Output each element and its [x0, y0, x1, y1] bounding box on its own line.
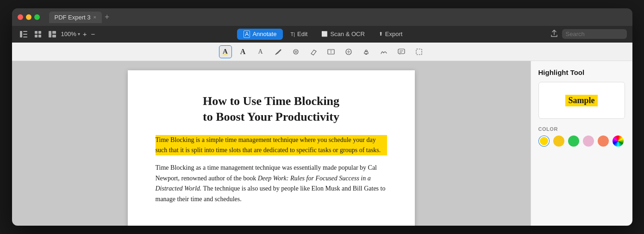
svg-rect-7 — [38, 35, 41, 37]
marker-tool-button[interactable] — [289, 45, 302, 58]
svg-point-12 — [294, 50, 297, 53]
export-icon: ⬆ — [379, 31, 383, 37]
svg-rect-20 — [398, 49, 405, 54]
main-toolbar: 100% ▾ + − A Annotate T| Edit ⬜ Scan & O… — [12, 26, 632, 43]
scan-icon: ⬜ — [321, 31, 328, 37]
svg-rect-2 — [23, 34, 27, 35]
comment-icon — [398, 48, 405, 55]
pdf-area: How to Use Time Blocking to Boost Your P… — [12, 61, 531, 226]
search-input[interactable] — [562, 29, 627, 39]
pdf-page: How to Use Time Blocking to Boost Your P… — [128, 70, 415, 226]
pdf-body-paragraph: Time Blocking as a time management techn… — [156, 163, 387, 204]
tab-label: PDF Expert 3 — [55, 14, 91, 21]
shape-tool-button[interactable] — [342, 45, 355, 58]
content-area: How to Use Time Blocking to Boost Your P… — [12, 61, 632, 226]
svg-point-19 — [365, 50, 367, 52]
close-button[interactable] — [18, 14, 23, 20]
export-label: Export — [385, 31, 403, 37]
color-green[interactable] — [568, 135, 579, 147]
annotate-icon: A — [244, 31, 250, 38]
color-label: COLOR — [538, 126, 625, 132]
right-panel: Highlight Tool Sample COLOR — [531, 61, 632, 226]
text-tool-button[interactable]: A — [254, 45, 267, 58]
eraser-tool-button[interactable] — [307, 45, 320, 58]
panel-title: Highlight Tool — [538, 68, 625, 76]
bold-text-tool-button[interactable]: A — [237, 45, 250, 58]
svg-rect-1 — [23, 31, 27, 32]
zoom-control: 100% ▾ + − — [61, 30, 97, 38]
svg-rect-18 — [365, 54, 367, 55]
edit-label: Edit — [297, 31, 307, 37]
minimize-button[interactable] — [26, 14, 31, 20]
highlight-a-icon: A — [223, 48, 228, 55]
zoom-in-button[interactable]: + — [81, 30, 88, 38]
sidebar-toggle-button[interactable] — [18, 30, 30, 39]
new-tab-button[interactable]: + — [105, 13, 109, 21]
svg-rect-23 — [416, 49, 422, 55]
annotate-label: Annotate — [252, 31, 276, 37]
svg-rect-4 — [35, 31, 38, 34]
svg-rect-10 — [52, 35, 56, 37]
selection-tool-button[interactable] — [413, 45, 425, 58]
panel-view-button[interactable] — [46, 30, 58, 39]
share-button[interactable] — [550, 29, 558, 39]
maximize-button[interactable] — [34, 14, 40, 20]
zoom-value: 100% — [61, 31, 76, 37]
selection-icon — [415, 48, 423, 55]
toolbar-right — [550, 29, 627, 39]
shape-icon — [345, 48, 352, 55]
textbox-icon: T — [327, 48, 335, 55]
signature-tool-button[interactable] — [377, 45, 390, 58]
tab-close-button[interactable]: × — [94, 14, 96, 20]
toolbar-left: 100% ▾ + − — [18, 30, 97, 39]
edit-tab[interactable]: T| Edit — [284, 29, 314, 39]
signature-icon — [380, 48, 388, 55]
text-icon: A — [258, 48, 263, 55]
svg-rect-3 — [23, 37, 27, 37]
export-tab[interactable]: ⬆ Export — [372, 29, 409, 39]
zoom-dropdown-icon[interactable]: ▾ — [78, 31, 80, 37]
color-orange[interactable] — [598, 135, 609, 147]
grid-view-button[interactable] — [32, 30, 44, 39]
svg-rect-8 — [49, 31, 51, 37]
edit-icon: T| — [290, 31, 295, 37]
tab-pdf-expert[interactable]: PDF Expert 3 × — [49, 12, 102, 23]
color-gold[interactable] — [553, 135, 564, 147]
highlight-tool-button[interactable]: A — [219, 45, 232, 58]
toolbar-center: A Annotate T| Edit ⬜ Scan & OCR ⬆ Export — [98, 29, 548, 40]
scan-ocr-tab[interactable]: ⬜ Scan & OCR — [315, 29, 371, 39]
scan-ocr-label: Scan & OCR — [330, 31, 364, 37]
comment-tool-button[interactable] — [395, 45, 408, 58]
color-yellow[interactable] — [538, 135, 550, 147]
annotation-toolbar: A A A — [12, 43, 632, 61]
sample-preview: Sample — [538, 82, 625, 119]
pen-tool-button[interactable] — [272, 45, 285, 58]
app-window: PDF Expert 3 × + — [12, 8, 632, 226]
pdf-title: How to Use Time Blocking to Boost Your P… — [156, 93, 387, 125]
svg-rect-9 — [52, 31, 56, 34]
stamp-icon — [363, 48, 370, 55]
pen-icon — [275, 48, 282, 55]
svg-text:T: T — [330, 50, 332, 54]
color-swatches — [538, 135, 625, 147]
eraser-icon — [310, 48, 317, 55]
pdf-highlighted-paragraph: Time Blocking is a simple time managemen… — [156, 135, 387, 156]
svg-rect-6 — [35, 35, 38, 37]
zoom-out-button[interactable]: − — [90, 30, 97, 38]
marker-icon — [292, 48, 300, 55]
svg-rect-5 — [38, 31, 41, 34]
textbox-tool-button[interactable]: T — [325, 45, 338, 58]
svg-rect-0 — [20, 31, 22, 37]
annotate-tab[interactable]: A Annotate — [237, 29, 283, 40]
traffic-lights — [18, 14, 40, 20]
color-multicolor[interactable] — [613, 135, 624, 147]
stamp-tool-button[interactable] — [360, 45, 373, 58]
sample-text: Sample — [565, 95, 597, 106]
text-bold-icon: A — [240, 48, 246, 56]
title-bar: PDF Expert 3 × + — [12, 8, 632, 26]
color-pink[interactable] — [583, 135, 594, 147]
tab-area: PDF Expert 3 × + — [49, 12, 627, 23]
